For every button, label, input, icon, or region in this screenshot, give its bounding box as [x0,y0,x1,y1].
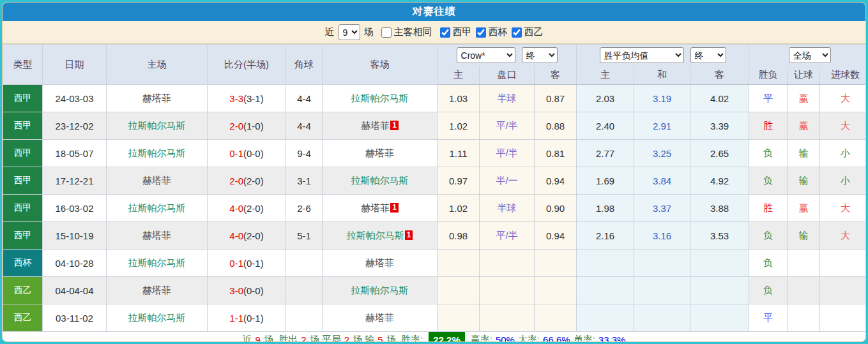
odds-company-state-select[interactable]: 终 [522,47,558,63]
subcol-handicap-result: 让球 [788,66,820,85]
match-count-select[interactable]: 9 [339,24,360,40]
summary-text: 场, 胜率: [386,334,423,342]
subcol-handicap-away: 客 [535,66,577,85]
corners: 9-4 [286,140,323,167]
same-venue-filter[interactable]: 主客相同 [377,26,432,38]
full-time-score: 1-1 [229,313,243,324]
europe-odds-group-header: 胜平负均值 终 [577,45,749,66]
odds-away: 3.88 [690,195,749,222]
subcol-odds-home: 主 [577,66,634,85]
handicap-result: 输 [788,167,820,195]
europe-odds-select[interactable]: 胜平负均值 [600,47,684,63]
home-team: 赫塔菲 [107,167,208,195]
result: 负 [749,250,788,277]
home-team: 赫塔菲 [107,277,208,304]
handicap-line-text: 平/半 [496,120,517,131]
half-time-score: (3-1) [243,93,264,104]
odds-win-rate-label: 赢率: [471,334,492,342]
home-team: 赫塔菲 [107,222,208,250]
handicap-line [480,250,535,277]
half-time-score: (0-1) [243,313,264,324]
subcol-handicap-line: 盘口 [480,66,535,85]
handicap-home-odds: 1.11 [438,140,480,167]
subcol-result: 胜负 [749,66,788,85]
away-team: 赫塔菲 [323,250,438,277]
handicap-line: 平/半 [480,140,535,167]
handicap-away-odds: 0.88 [535,112,577,140]
league-badge: 西甲 [3,112,43,140]
half-time-score: (0-0) [243,285,264,296]
full-time-score: 0-1 [229,148,243,159]
home-team: 拉斯帕尔马斯 [107,112,208,140]
team-name: 拉斯帕尔马斯 [351,93,409,103]
score: 4-0(2-0) [208,222,286,250]
handicap-line: 半/一 [480,167,535,195]
handicap-home-odds: 1.02 [438,112,480,140]
handicap-group-header: Crow* 终 [438,45,577,66]
odds-draw: 3.19 [634,85,690,112]
corners [286,277,323,304]
league-filter-西乙[interactable]: 西乙 [508,26,544,38]
full-time-score: 0-1 [229,258,243,269]
match-date: 15-10-19 [43,222,107,250]
corners [286,250,323,277]
half-time-score: (2-0) [243,203,264,214]
match-scope-select[interactable]: 全场 [789,47,831,63]
total-matches: 9 [255,334,261,342]
match-date: 04-04-04 [43,277,107,304]
league-badge: 西甲 [3,195,43,222]
goals-result: 小 [820,167,866,195]
handicap-away-odds [535,277,577,304]
odds-home [577,250,634,277]
team-name: 赫塔菲 [142,175,171,186]
odds-away: 2.65 [690,140,749,167]
same-venue-checkbox[interactable] [381,27,392,38]
odds-draw-value: 3.19 [653,93,671,104]
h2h-table: 类型 日期 主场 比分(半场) 角球 客场 Crow* 终 [3,44,866,332]
goals-result [820,304,866,332]
league-filter-西甲[interactable]: 西甲 [436,26,472,38]
subcol-odds-away: 客 [690,66,749,85]
red-card-badge: 1 [390,121,399,130]
result: 平 [749,85,788,112]
odds-draw-value: 3.37 [653,203,671,214]
league-badge: 西乙 [3,304,43,332]
match-row: 西甲24-03-03赫塔菲3-3(3-1)4-4拉斯帕尔马斯1.03半球0.87… [3,85,867,112]
odds-draw [634,277,690,304]
col-header-home: 主场 [107,45,208,85]
full-time-score: 4-0 [229,203,243,214]
europe-odds-state-select[interactable]: 终 [690,47,726,63]
odds-home: 2.77 [577,140,634,167]
half-time-score: (0-1) [243,258,264,269]
league-badge: 西杯 [3,250,43,277]
team-name: 拉斯帕尔马斯 [351,285,409,295]
handicap-away-odds: 0.90 [535,195,577,222]
result: 负 [749,140,788,167]
corners: 3-1 [286,167,323,195]
odds-draw-value: 3.16 [653,230,671,241]
red-card-badge: 1 [390,203,399,213]
goals-result: 大 [820,85,866,112]
odds-draw [634,304,690,332]
score: 1-1(0-1) [208,304,286,332]
match-date: 18-05-07 [43,140,107,167]
handicap-away-odds: 0.87 [535,85,577,112]
odds-home: 1.98 [577,195,634,222]
summary-text: 场, 胜出 [264,334,298,342]
league-checkbox[interactable] [512,27,522,38]
league-checkbox[interactable] [476,27,486,38]
odds-home: 2.03 [577,85,634,112]
match-row: 西甲23-12-02拉斯帕尔马斯2-0(1-0)4-4赫塔菲11.02平/半0.… [3,112,867,140]
league-checkbox[interactable] [440,27,450,38]
handicap-home-odds [438,250,480,277]
corners: 5-1 [286,222,323,250]
odds-company-select[interactable]: Crow* [457,47,515,63]
handicap-result: 赢 [788,85,820,112]
odds-home: 2.16 [577,222,634,250]
match-row: 西甲15-10-19赫塔菲4-0(2-0)5-1拉斯帕尔马斯10.98平/半0.… [3,222,867,250]
lose-count: 5 [377,334,383,342]
result: 负 [749,277,788,304]
league-filter-西杯[interactable]: 西杯 [472,26,508,38]
full-time-score: 2-0 [229,121,243,131]
match-row: 西杯04-10-28拉斯帕尔马斯0-1(0-1)赫塔菲负 [3,250,867,277]
